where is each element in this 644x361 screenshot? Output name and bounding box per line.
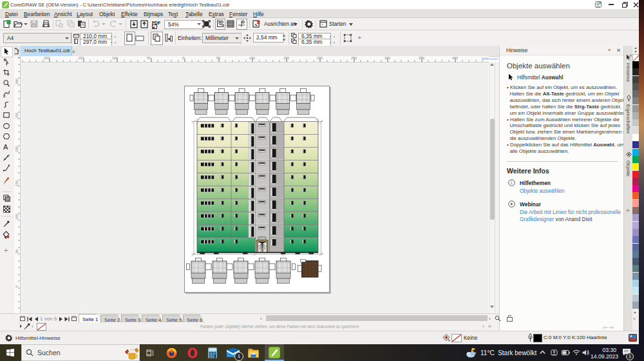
svg-text:A: A — [3, 143, 8, 151]
svg-text:?: ? — [630, 54, 632, 58]
svg-text:i: i — [511, 180, 512, 186]
